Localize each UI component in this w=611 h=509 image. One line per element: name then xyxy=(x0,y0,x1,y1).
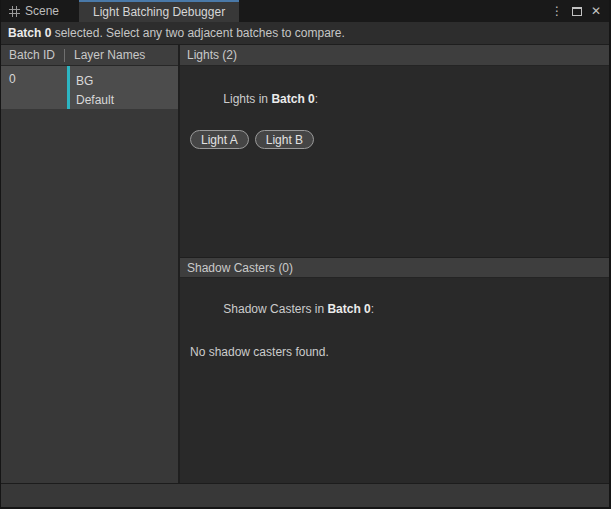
shadow-casters-section-header: Shadow Casters (0) xyxy=(180,257,609,278)
light-batching-debugger-window: Scene Light Batching Debugger ⋮ ✕ Batch … xyxy=(0,0,611,509)
close-icon[interactable]: ✕ xyxy=(591,5,601,17)
batch-id-column-header: Batch ID xyxy=(1,48,64,62)
tab-scene[interactable]: Scene xyxy=(1,0,69,22)
light-pill-a[interactable]: Light A xyxy=(190,130,249,149)
status-bar xyxy=(1,483,609,507)
lights-label-batch: Batch 0 xyxy=(271,92,314,106)
tab-scene-label: Scene xyxy=(25,4,59,18)
info-bar-message: selected. Select any two adjacent batche… xyxy=(51,26,345,40)
tab-bar: Scene Light Batching Debugger ⋮ ✕ xyxy=(1,0,609,22)
tab-light-batching-debugger-label: Light Batching Debugger xyxy=(93,5,225,19)
layer-names-column-header: Layer Names xyxy=(65,48,145,62)
layer-name: BG xyxy=(76,72,114,91)
lights-label-suffix: : xyxy=(315,92,318,106)
no-shadow-casters-message: No shadow casters found. xyxy=(190,345,599,359)
info-bar-selected-batch: Batch 0 xyxy=(8,26,51,40)
batch-details-panel: Lights (2) Lights in Batch 0: Light A Li… xyxy=(180,45,609,483)
scene-grid-icon xyxy=(9,6,20,17)
light-pill-list: Light A Light B xyxy=(190,130,599,149)
lights-section-content: Lights in Batch 0: Light A Light B xyxy=(180,66,609,257)
shadow-casters-in-batch-label: Shadow Casters in Batch 0: xyxy=(190,288,599,330)
main-area: Batch ID Layer Names 0 BG Default Lights… xyxy=(1,45,609,483)
tab-light-batching-debugger[interactable]: Light Batching Debugger xyxy=(79,0,239,22)
lights-label-prefix: Lights in xyxy=(223,92,271,106)
batch-id-cell: 0 xyxy=(1,66,67,109)
shadow-casters-section-title: Shadow Casters (0) xyxy=(187,261,293,275)
window-controls: ⋮ ✕ xyxy=(551,0,609,22)
shadow-casters-section-content: Shadow Casters in Batch 0: No shadow cas… xyxy=(180,278,609,483)
light-pill-b[interactable]: Light B xyxy=(255,130,314,149)
shadow-label-batch: Batch 0 xyxy=(327,302,370,316)
batch-list-panel: Batch ID Layer Names 0 BG Default xyxy=(1,45,180,483)
lights-in-batch-label: Lights in Batch 0: xyxy=(190,78,599,120)
info-bar: Batch 0 selected. Select any two adjacen… xyxy=(1,22,609,45)
layer-name: Default xyxy=(76,91,114,110)
lights-section-title: Lights (2) xyxy=(187,48,237,62)
kebab-menu-icon[interactable]: ⋮ xyxy=(551,5,563,17)
shadow-label-suffix: : xyxy=(371,302,374,316)
lights-section-header: Lights (2) xyxy=(180,45,609,66)
maximize-icon[interactable] xyxy=(572,7,582,16)
batch-table-header: Batch ID Layer Names xyxy=(1,45,178,66)
shadow-label-prefix: Shadow Casters in xyxy=(223,302,327,316)
layer-names-cell: BG Default xyxy=(70,66,114,109)
batch-row-0[interactable]: 0 BG Default xyxy=(1,66,178,109)
